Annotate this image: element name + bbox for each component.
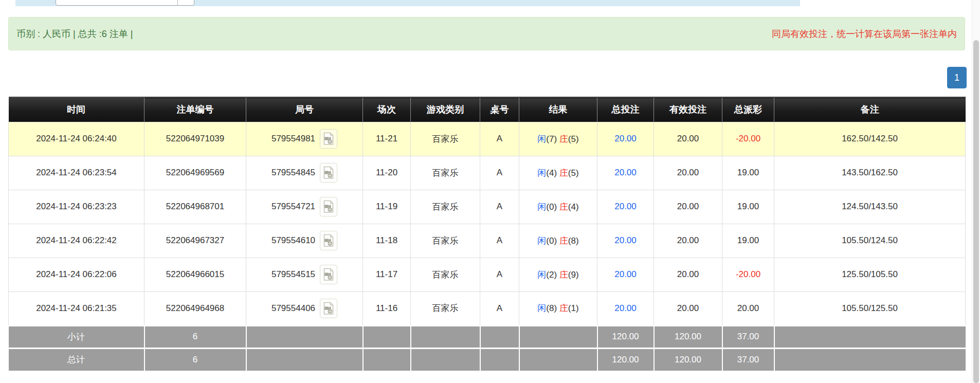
cell-time: 2024-11-24 06:24:40 xyxy=(9,122,144,156)
cell-round-id: 579554610 xyxy=(246,224,363,258)
total-bet-link[interactable]: 20.00 xyxy=(614,202,637,211)
video-replay-button[interactable] xyxy=(320,265,337,284)
cell-bet-id: 522064967327 xyxy=(144,224,246,258)
vertical-scrollbar[interactable] xyxy=(972,0,980,383)
pagination: 1 xyxy=(0,50,980,97)
total-bet-link[interactable]: 20.00 xyxy=(614,303,637,313)
total-bet-link[interactable]: 20.00 xyxy=(614,168,637,177)
player-label: 闲 xyxy=(537,270,546,280)
cell-result: 闲(4) 庄(5) xyxy=(519,156,597,190)
cell-payout: 19.00 xyxy=(722,190,774,224)
cell-game-type: 百家乐 xyxy=(411,258,480,291)
video-icon xyxy=(323,200,334,213)
video-icon xyxy=(323,234,334,247)
cell-valid-bet: 20.00 xyxy=(654,291,722,325)
column-header-6: 结果 xyxy=(519,97,597,122)
banker-label: 庄 xyxy=(559,270,568,280)
cell-bet-id: 522064968701 xyxy=(144,190,246,224)
cell-time: 2024-11-24 06:21:35 xyxy=(9,291,144,325)
cell-remark: 125.50/105.50 xyxy=(774,258,966,291)
video-replay-button[interactable] xyxy=(320,231,337,250)
cell-bet-id: 522064971039 xyxy=(144,122,246,156)
totals-empty-cell xyxy=(774,348,966,371)
cell-total-bet: 20.00 xyxy=(597,258,654,291)
cell-session: 11-19 xyxy=(363,190,411,224)
player-score: (7) xyxy=(546,134,557,144)
banker-label: 庄 xyxy=(559,202,568,212)
totals-empty-cell xyxy=(411,325,480,348)
cell-valid-bet: 20.00 xyxy=(654,122,722,156)
column-header-5: 桌号 xyxy=(480,97,519,122)
cell-result: 闲(2) 庄(9) xyxy=(519,258,597,291)
totals-empty-cell xyxy=(246,348,363,371)
table-row: 2024-11-24 06:23:23 522064968701 5795547… xyxy=(9,190,966,224)
round-id-text: 579554406 xyxy=(271,303,315,314)
video-replay-button[interactable] xyxy=(320,163,337,183)
cell-result: 闲(0) 庄(4) xyxy=(519,190,597,224)
cell-session: 11-18 xyxy=(363,224,411,258)
totals-empty-cell xyxy=(519,348,597,371)
banker-label: 庄 xyxy=(559,303,568,313)
cell-remark: 124.50/143.50 xyxy=(774,190,966,224)
round-id-text: 579554981 xyxy=(271,134,315,144)
video-replay-button[interactable] xyxy=(320,129,337,149)
column-header-2: 局号 xyxy=(246,97,363,122)
totals-empty-cell xyxy=(774,325,966,348)
cell-session: 11-17 xyxy=(363,258,411,291)
total-bet-link[interactable]: 20.00 xyxy=(614,235,637,245)
totals-valid-bet: 120.00 xyxy=(654,325,722,348)
round-id-text: 579554515 xyxy=(271,269,315,280)
cell-table-no: A xyxy=(480,224,519,258)
cell-time: 2024-11-24 06:22:42 xyxy=(9,224,144,258)
cell-payout: -20.00 xyxy=(722,122,774,156)
totals-label: 总计 xyxy=(9,348,144,371)
search-input[interactable] xyxy=(56,0,194,6)
totals-empty-cell xyxy=(480,348,519,371)
player-score: (8) xyxy=(546,303,557,313)
video-icon xyxy=(323,302,334,315)
cell-payout: 19.00 xyxy=(722,156,774,190)
video-icon xyxy=(323,268,334,281)
table-header-row: 时间注单编号局号场次游戏类别桌号结果总投注有效投注总派彩备注 xyxy=(9,97,966,122)
round-id-text: 579554721 xyxy=(271,202,315,212)
currency-summary-text: 币别 : 人民币 | 总共 :6 注单 | xyxy=(16,28,133,40)
video-replay-button[interactable] xyxy=(320,299,337,318)
banker-label: 庄 xyxy=(559,236,568,246)
player-score: (0) xyxy=(546,236,557,246)
total-bet-link[interactable]: 20.00 xyxy=(614,269,637,279)
player-label: 闲 xyxy=(537,303,546,313)
total-bet-link[interactable]: 20.00 xyxy=(614,134,637,143)
cell-result: 闲(0) 庄(8) xyxy=(519,224,597,258)
same-round-notice-text: 同局有效投注，统一计算在该局第一张注单内 xyxy=(772,28,957,40)
cell-time: 2024-11-24 06:23:23 xyxy=(9,190,144,224)
cell-session: 11-20 xyxy=(363,156,411,190)
cell-valid-bet: 20.00 xyxy=(654,258,722,291)
banker-score: (9) xyxy=(568,270,579,280)
cell-bet-id: 522064964968 xyxy=(144,291,246,325)
totals-count: 6 xyxy=(144,325,246,348)
pagination-page-1[interactable]: 1 xyxy=(947,67,967,88)
cell-game-type: 百家乐 xyxy=(411,291,480,325)
column-header-9: 总派彩 xyxy=(722,97,774,122)
cell-bet-id: 522064966015 xyxy=(144,258,246,291)
cell-total-bet: 20.00 xyxy=(597,224,654,258)
column-header-10: 备注 xyxy=(774,97,966,122)
cell-table-no: A xyxy=(480,190,519,224)
scrollbar-thumb[interactable] xyxy=(973,40,979,383)
banker-score: (1) xyxy=(568,303,579,313)
video-replay-button[interactable] xyxy=(320,197,337,216)
cell-round-id: 579554845 xyxy=(246,156,363,190)
cell-total-bet: 20.00 xyxy=(597,190,654,224)
table-row: 2024-11-24 06:22:06 522064966015 5795545… xyxy=(9,258,966,291)
cell-valid-bet: 20.00 xyxy=(654,190,722,224)
cell-remark: 105.50/125.50 xyxy=(774,291,966,325)
player-label: 闲 xyxy=(537,168,546,178)
column-header-4: 游戏类别 xyxy=(411,97,480,122)
column-header-8: 有效投注 xyxy=(654,97,722,122)
cell-game-type: 百家乐 xyxy=(411,156,480,190)
cell-result: 闲(7) 庄(5) xyxy=(519,122,597,156)
totals-empty-cell xyxy=(246,325,363,348)
totals-valid-bet: 120.00 xyxy=(654,348,722,371)
cell-total-bet: 20.00 xyxy=(597,291,654,325)
table-row: 2024-11-24 06:23:54 522064969569 5795548… xyxy=(9,156,966,190)
